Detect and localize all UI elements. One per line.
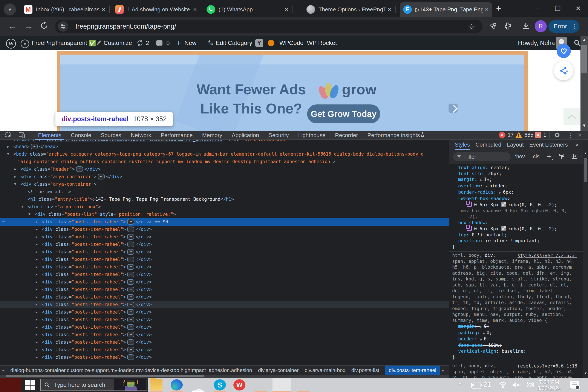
expand-ellipsis-button[interactable]: ⋯ <box>76 166 83 172</box>
expand-ellipsis-button[interactable]: ⋯ <box>127 264 134 270</box>
browser-tab[interactable]: (1) WhatsApp× <box>203 2 292 17</box>
ad-cta-button[interactable]: Get Grow Today <box>307 104 380 123</box>
devtools-tab-sources[interactable]: Sources <box>96 131 126 140</box>
css-property-line[interactable]: .2); <box>452 214 583 220</box>
tab-search-chevron-icon[interactable]: ˅ <box>4 4 16 16</box>
expand-arrow-icon[interactable]: ▶ <box>7 143 9 150</box>
expand-ellipsis-button[interactable]: ⋯ <box>127 332 134 338</box>
expand-ellipsis-button[interactable]: ⋯ <box>127 354 134 360</box>
expand-ellipsis-button[interactable]: ⋯ <box>127 256 134 262</box>
devtools-tab-security[interactable]: Security <box>264 131 294 140</box>
expand-arrow-icon[interactable]: ▶ <box>480 177 482 183</box>
expand-ellipsis-button[interactable]: ⋯ <box>127 226 134 232</box>
admin-site-name[interactable]: FreePngTransparent ✅ <box>32 36 96 50</box>
admin-search-icon[interactable] <box>574 39 581 48</box>
expand-arrow-icon[interactable]: ▶ <box>36 263 38 271</box>
expand-ellipsis-button[interactable]: ⋯ <box>127 272 134 277</box>
taskbar-search-input[interactable]: Type here to search <box>40 379 147 391</box>
site-settings-icon[interactable] <box>58 21 68 32</box>
battery-percent-badge[interactable]: 21 <box>484 381 491 388</box>
expand-arrow-icon[interactable]: ▶ <box>36 346 38 354</box>
window-minimize-button[interactable]: – <box>531 3 544 14</box>
css-property-line[interactable]: margin: ▶0; <box>452 324 583 330</box>
styles-scrollbar[interactable]: ▲ ▼ <box>583 140 588 378</box>
expand-arrow-icon[interactable]: ▶ <box>36 286 38 293</box>
browser-tab[interactable]: Theme Options ‹ FreePngTra× <box>303 2 395 17</box>
edge-taskbar-icon[interactable] <box>171 379 183 390</box>
expand-arrow-icon[interactable]: ▶ <box>14 166 16 173</box>
tree-row[interactable]: ▶<div class="posts-item-raheel">⋯</div> <box>0 293 449 301</box>
tree-row[interactable]: ▶<div class="posts-item-raheel">⋯</div> <box>0 331 449 338</box>
tree-row[interactable]: ▶<div class="posts-item-raheel">⋯</div> <box>0 263 449 271</box>
collapse-arrow-icon[interactable]: ▶ <box>26 214 33 215</box>
collapse-arrow-icon[interactable]: ▶ <box>19 206 26 208</box>
tray-chevron-icon[interactable]: ⌃ <box>458 382 463 388</box>
wps-taskbar-icon[interactable]: W <box>234 379 246 390</box>
breadcrumb-item[interactable]: div.arya-container <box>258 367 299 373</box>
tab-close-icon[interactable]: × <box>388 6 392 13</box>
expand-arrow-icon[interactable]: ▶ <box>36 301 38 308</box>
tree-row[interactable]: ▶<div class="posts-item-raheel">⋯</div> <box>0 324 449 331</box>
pencil-icon[interactable]: ✎ <box>208 36 214 50</box>
expand-ellipsis-button[interactable]: ⋯ <box>127 347 134 352</box>
new-style-rule-button[interactable]: + <box>547 152 551 160</box>
admin-bar-item[interactable]: Edit Category <box>216 36 252 50</box>
devtools-tab-performance-insights[interactable]: Performance insights <box>363 131 430 140</box>
paint-roller-icon[interactable] <box>558 153 565 161</box>
tree-row[interactable]: ▶<div class="posts-item-raheel">⋯</div> <box>0 226 449 233</box>
expand-ellipsis-button[interactable]: ⋯ <box>98 174 105 180</box>
collapse-arrow-icon[interactable]: ▶ <box>12 183 19 185</box>
console-errors-badge[interactable]: ✕17 <box>499 132 514 138</box>
styles-filter-input[interactable]: Filter <box>453 152 511 162</box>
url-text[interactable]: freepngtransparent.com/tape-png/ <box>76 22 176 30</box>
expand-arrow-icon[interactable]: ▶ <box>36 218 38 226</box>
tree-row[interactable]: ▶⋯<div class="posts-item-raheel">⋯</div>… <box>0 218 449 226</box>
scrollbar-down-icon[interactable]: ▼ <box>580 123 588 128</box>
admin-bar-item[interactable]: 0 <box>166 36 170 50</box>
admin-bar-item[interactable]: WPCode <box>280 36 304 50</box>
tree-row[interactable]: ▶<div class="posts-item-raheel">⋯</div> <box>0 316 449 324</box>
tree-row[interactable]: ialog-container dialog-buttons-container… <box>0 158 449 166</box>
css-property-line[interactable]: 0 6px 8px rgba(0, 0, 0, .2); <box>452 202 583 208</box>
css-property-line[interactable]: -webkit-box-shadow: <box>452 196 583 202</box>
tab-close-icon[interactable]: × <box>485 6 489 13</box>
css-property-line[interactable]: border: ▶0; <box>452 336 583 342</box>
kebab-menu-icon[interactable]: ⋮ <box>571 23 578 30</box>
devtools-kebab-menu-icon[interactable]: ⋮ <box>568 132 574 138</box>
expand-arrow-icon[interactable]: ▶ <box>480 336 482 342</box>
tree-row[interactable]: ▶<body class="archive category category-… <box>0 150 449 158</box>
toggle-sidebar-icon[interactable] <box>571 153 578 161</box>
shadow-editor-icon[interactable] <box>467 202 472 207</box>
devtools-tab-memory[interactable]: Memory <box>197 131 227 140</box>
css-property-line[interactable]: margin: ▶1%; <box>452 177 583 183</box>
css-property-line[interactable]: position: relative !important; <box>452 238 583 244</box>
stylesheet-source-link[interactable]: style.css?ver=7.2.6:31 <box>518 253 577 258</box>
expand-arrow-icon[interactable]: ▶ <box>500 190 501 196</box>
page-scrollbar[interactable]: ▲ ▼ <box>580 36 588 131</box>
expand-arrow-icon[interactable]: ▶ <box>36 248 38 256</box>
css-property-line[interactable]: top: 0 !important; <box>452 232 583 238</box>
expand-ellipsis-button[interactable]: ⋯ <box>127 242 134 247</box>
sidebar-tab-layout[interactable]: Layout <box>507 140 524 150</box>
new-tab-button[interactable]: + <box>492 3 505 14</box>
tree-row[interactable]: script src="chrome-extension://oaiipegam… <box>0 140 449 143</box>
devtools-settings-gear-icon[interactable]: ⚙ <box>554 131 560 139</box>
expand-ellipsis-button[interactable]: ⋯ <box>127 279 134 285</box>
wordpress-logo-icon[interactable]: W <box>6 39 16 48</box>
browser-tab[interactable]: F▷143+ Tape Png, Tape Png T× <box>400 2 492 17</box>
expand-ellipsis-button[interactable]: ⋯ <box>127 294 134 300</box>
expand-ellipsis-button[interactable]: ⋯ <box>127 287 134 292</box>
breadcrumb-item[interactable]: div.posts-list <box>352 367 379 373</box>
scrollbar-up-icon[interactable]: ▲ <box>580 38 588 42</box>
scroll-to-top-button[interactable] <box>564 108 580 125</box>
favorite-heart-button[interactable] <box>556 44 571 58</box>
expand-ellipsis-button[interactable]: ⋯ <box>127 234 134 240</box>
tree-row[interactable]: ▶<div class="arya-container"> <box>0 180 449 188</box>
skype-taskbar-icon[interactable]: S <box>214 379 226 390</box>
expand-ellipsis-button[interactable]: ⋯ <box>127 309 134 315</box>
tree-row[interactable]: ▶<div class="posts-item-raheel">⋯</div> <box>0 233 449 241</box>
expand-arrow-icon[interactable]: ▶ <box>483 330 485 336</box>
sidebar-tab-styles[interactable]: Styles <box>455 140 470 150</box>
tree-row[interactable]: ▶<div class="posts-list" style="position… <box>0 210 449 218</box>
styles-scrollbar-thumb[interactable] <box>584 158 587 182</box>
